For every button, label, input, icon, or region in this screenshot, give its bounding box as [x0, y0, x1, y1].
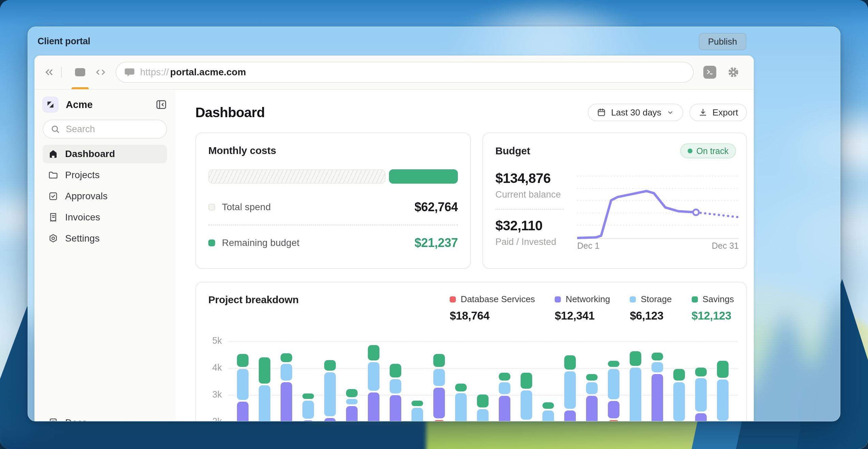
chat-bubble-icon	[124, 66, 135, 78]
x-axis-start-label: Dec 1	[577, 241, 599, 251]
bar-segment-purple	[499, 396, 510, 422]
terminal-icon[interactable]	[703, 66, 716, 79]
browser-tab[interactable]	[69, 56, 91, 89]
search-box[interactable]	[43, 120, 167, 139]
project-breakdown-card: Project breakdown Database Services $18,…	[195, 282, 747, 421]
app-window: Client portal Publish https:// por	[28, 27, 840, 421]
check-square-icon	[48, 191, 58, 201]
toolbar-right-actions	[703, 65, 740, 79]
bar-segment-blue	[521, 390, 532, 420]
bar-segment-purple	[302, 420, 314, 421]
remaining-budget-row: Remaining budget $21,237	[208, 234, 458, 251]
browser-panel: https:// portal.acme.com Acme	[34, 56, 754, 421]
paid-invested-value: $32,110	[495, 218, 574, 233]
stacked-bar-chart: 5k4k3k2k	[196, 282, 746, 421]
settings-gear-icon[interactable]	[727, 65, 740, 79]
bar-segment-purple	[281, 382, 292, 421]
budget-x-axis: Dec 1 Dec 31	[577, 241, 739, 251]
gridline	[229, 341, 737, 342]
sidebar-item-approvals[interactable]: Approvals	[43, 187, 167, 205]
code-view-icon[interactable]	[94, 66, 107, 78]
bar-segment-green	[259, 357, 270, 384]
folder-icon	[48, 170, 58, 180]
total-spend-label: Total spend	[222, 202, 415, 213]
url-scheme: https://	[140, 67, 169, 78]
bar-segment-purple	[652, 374, 663, 421]
remaining-budget-swatch	[208, 239, 215, 246]
collapse-sidebar-icon[interactable]	[155, 99, 167, 110]
bar-segment-blue	[542, 411, 554, 421]
sidebar-item-docs[interactable]: Docs	[48, 417, 87, 421]
current-balance-label: Current balance	[495, 189, 574, 200]
paid-invested-label: Paid / Invested	[495, 237, 574, 247]
bar-segment-purple	[324, 418, 336, 421]
y-axis-tick: 4k	[203, 362, 222, 373]
bar-segment-blue	[302, 401, 314, 419]
page-title: Dashboard	[195, 105, 588, 120]
brand-name: Acme	[66, 99, 155, 110]
status-badge-label: On track	[697, 146, 729, 156]
sidebar-item-invoices[interactable]: Invoices	[43, 208, 167, 227]
bar-segment-blue	[477, 409, 489, 421]
export-button[interactable]: Export	[689, 104, 747, 121]
sidebar-item-dashboard[interactable]: Dashboard	[43, 145, 167, 163]
sidebar-item-settings[interactable]: Settings	[43, 229, 167, 248]
budget-card: Budget On track $134,876 Current balance…	[482, 133, 747, 269]
acme-logo	[43, 97, 58, 112]
budget-progress-bar	[208, 169, 458, 184]
current-balance-value: $134,876	[495, 171, 574, 186]
browser-toolbar: https:// portal.acme.com	[34, 56, 754, 90]
current-point-marker	[693, 210, 699, 215]
remaining-progress-segment	[389, 169, 458, 184]
date-range-button[interactable]: Last 30 days	[588, 104, 683, 121]
bar-segment-purple	[564, 411, 576, 421]
brand-row: Acme	[43, 96, 167, 113]
download-icon	[698, 108, 708, 117]
spent-progress-segment	[208, 169, 386, 184]
page-header: Dashboard Last 30 days	[195, 103, 747, 122]
bar-segment-green	[281, 353, 292, 362]
bar-segment-blue	[390, 379, 401, 393]
bar-segment-blue	[324, 372, 336, 416]
bar-segment-red	[433, 420, 445, 421]
bar-segment-purple	[390, 395, 401, 421]
projection-line	[696, 212, 739, 217]
balance-line	[577, 191, 696, 238]
bar-segment-blue	[564, 371, 576, 409]
publish-button[interactable]: Publish	[699, 33, 746, 50]
figures-divider	[495, 209, 564, 210]
x-axis-end-label: Dec 31	[712, 241, 739, 251]
sidebar-item-projects[interactable]: Projects	[43, 166, 167, 184]
bar-segment-purple	[368, 392, 379, 421]
bar-segment-purple	[608, 401, 619, 418]
status-badge: On track	[680, 143, 736, 158]
monthly-costs-card: Monthly costs Total spend $62,764	[195, 133, 471, 269]
settings-hex-icon	[48, 233, 58, 244]
bar-segment-blue	[586, 382, 598, 394]
main-content: Dashboard Last 30 days	[175, 90, 754, 421]
url-bar[interactable]: https:// portal.acme.com	[116, 62, 694, 83]
bar-segment-blue	[630, 368, 641, 421]
sidebar-item-label: Approvals	[65, 191, 108, 202]
y-axis-tick: 2k	[203, 416, 222, 421]
bar-segment-green	[542, 402, 554, 409]
search-input[interactable]	[65, 124, 160, 135]
bar-segment-blue	[652, 362, 663, 373]
toolbar-divider	[61, 67, 62, 77]
y-axis-tick: 3k	[203, 389, 222, 400]
bar-segment-blue	[368, 362, 379, 391]
bar-segment-green	[717, 361, 729, 378]
calendar-icon	[597, 108, 606, 117]
date-range-label: Last 30 days	[611, 107, 661, 118]
budget-title: Budget	[495, 145, 530, 157]
bar-segment-green	[477, 394, 489, 407]
back-history-icon[interactable]	[43, 66, 55, 78]
monthly-costs-title: Monthly costs	[208, 145, 458, 156]
bar-segment-purple	[433, 388, 445, 418]
bar-segment-red	[608, 420, 619, 421]
export-label: Export	[713, 107, 738, 118]
sidebar-item-label: Projects	[65, 170, 100, 181]
bar-segment-green	[346, 389, 358, 397]
bar-segment-green	[564, 355, 576, 370]
status-dot	[688, 149, 692, 153]
